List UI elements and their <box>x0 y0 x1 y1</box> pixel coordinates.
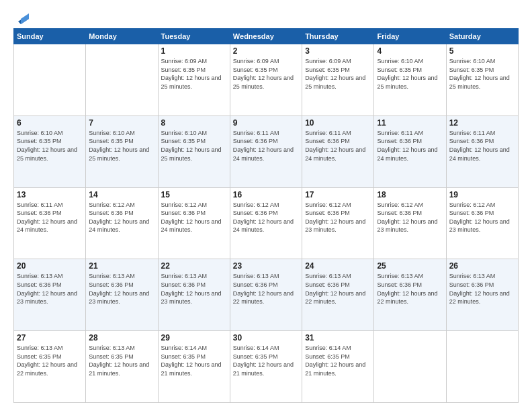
week-row-2: 6Sunrise: 6:10 AM Sunset: 6:35 PM Daylig… <box>14 116 519 187</box>
day-info: Sunrise: 6:10 AM Sunset: 6:35 PM Dayligh… <box>17 129 83 163</box>
day-number: 23 <box>233 261 299 271</box>
day-number: 4 <box>377 46 443 56</box>
day-info: Sunrise: 6:12 AM Sunset: 6:36 PM Dayligh… <box>233 201 299 234</box>
col-header-thursday: Thursday <box>302 29 374 44</box>
day-info: Sunrise: 6:10 AM Sunset: 6:35 PM Dayligh… <box>89 129 154 163</box>
day-number: 17 <box>305 190 371 199</box>
day-number: 16 <box>233 190 299 199</box>
calendar-cell: 24Sunrise: 6:13 AM Sunset: 6:36 PM Dayli… <box>302 259 374 331</box>
calendar-cell: 3Sunrise: 6:09 AM Sunset: 6:35 PM Daylig… <box>302 44 374 116</box>
week-row-3: 13Sunrise: 6:11 AM Sunset: 6:36 PM Dayli… <box>14 187 519 259</box>
calendar-cell: 29Sunrise: 6:14 AM Sunset: 6:35 PM Dayli… <box>158 331 230 403</box>
day-number: 10 <box>305 118 371 128</box>
day-info: Sunrise: 6:10 AM Sunset: 6:35 PM Dayligh… <box>161 129 227 163</box>
calendar-cell: 7Sunrise: 6:10 AM Sunset: 6:35 PM Daylig… <box>86 116 158 187</box>
day-number: 31 <box>305 333 371 342</box>
day-number: 2 <box>233 46 299 56</box>
day-number: 11 <box>377 118 443 128</box>
calendar-cell: 10Sunrise: 6:11 AM Sunset: 6:36 PM Dayli… <box>302 116 374 187</box>
calendar-cell: 1Sunrise: 6:09 AM Sunset: 6:35 PM Daylig… <box>158 44 230 116</box>
day-info: Sunrise: 6:11 AM Sunset: 6:36 PM Dayligh… <box>305 129 371 163</box>
day-number: 9 <box>233 118 299 128</box>
logo <box>13 11 29 21</box>
calendar-cell: 27Sunrise: 6:13 AM Sunset: 6:35 PM Dayli… <box>14 331 86 403</box>
day-info: Sunrise: 6:13 AM Sunset: 6:36 PM Dayligh… <box>89 272 154 306</box>
svg-marker-1 <box>21 13 29 24</box>
day-number: 6 <box>17 118 83 128</box>
day-number: 29 <box>161 333 227 342</box>
day-number: 27 <box>17 333 83 342</box>
day-info: Sunrise: 6:09 AM Sunset: 6:35 PM Dayligh… <box>233 57 299 91</box>
day-number: 18 <box>377 190 443 199</box>
week-row-4: 20Sunrise: 6:13 AM Sunset: 6:36 PM Dayli… <box>14 259 519 331</box>
day-info: Sunrise: 6:12 AM Sunset: 6:36 PM Dayligh… <box>305 201 371 234</box>
calendar-cell: 13Sunrise: 6:11 AM Sunset: 6:36 PM Dayli… <box>14 187 86 259</box>
day-info: Sunrise: 6:13 AM Sunset: 6:36 PM Dayligh… <box>161 272 227 306</box>
day-info: Sunrise: 6:13 AM Sunset: 6:36 PM Dayligh… <box>449 272 515 306</box>
calendar-cell: 19Sunrise: 6:12 AM Sunset: 6:36 PM Dayli… <box>446 187 518 259</box>
calendar-cell: 26Sunrise: 6:13 AM Sunset: 6:36 PM Dayli… <box>446 259 518 331</box>
day-info: Sunrise: 6:12 AM Sunset: 6:36 PM Dayligh… <box>89 201 154 234</box>
logo-icon <box>14 9 29 24</box>
calendar-cell: 14Sunrise: 6:12 AM Sunset: 6:36 PM Dayli… <box>86 187 158 259</box>
calendar-cell: 11Sunrise: 6:11 AM Sunset: 6:36 PM Dayli… <box>374 116 446 187</box>
day-info: Sunrise: 6:13 AM Sunset: 6:35 PM Dayligh… <box>89 344 154 377</box>
day-info: Sunrise: 6:09 AM Sunset: 6:35 PM Dayligh… <box>305 57 371 91</box>
calendar-cell: 6Sunrise: 6:10 AM Sunset: 6:35 PM Daylig… <box>14 116 86 187</box>
calendar-cell <box>374 331 446 403</box>
day-number: 7 <box>89 118 154 128</box>
day-number: 26 <box>449 261 515 271</box>
page: SundayMondayTuesdayWednesdayThursdayFrid… <box>0 0 532 411</box>
col-header-saturday: Saturday <box>446 29 518 44</box>
header <box>13 11 519 21</box>
day-number: 24 <box>305 261 371 271</box>
calendar-cell: 12Sunrise: 6:11 AM Sunset: 6:36 PM Dayli… <box>446 116 518 187</box>
calendar-cell: 22Sunrise: 6:13 AM Sunset: 6:36 PM Dayli… <box>158 259 230 331</box>
day-number: 5 <box>449 46 515 56</box>
col-header-friday: Friday <box>374 29 446 44</box>
col-header-monday: Monday <box>86 29 158 44</box>
day-info: Sunrise: 6:10 AM Sunset: 6:35 PM Dayligh… <box>377 57 443 91</box>
day-number: 25 <box>377 261 443 271</box>
day-info: Sunrise: 6:14 AM Sunset: 6:35 PM Dayligh… <box>161 344 227 377</box>
calendar-cell <box>86 44 158 116</box>
calendar-cell: 9Sunrise: 6:11 AM Sunset: 6:36 PM Daylig… <box>230 116 302 187</box>
day-number: 14 <box>89 190 154 199</box>
day-info: Sunrise: 6:10 AM Sunset: 6:35 PM Dayligh… <box>449 57 515 91</box>
day-info: Sunrise: 6:12 AM Sunset: 6:36 PM Dayligh… <box>449 201 515 234</box>
calendar-header-row: SundayMondayTuesdayWednesdayThursdayFrid… <box>14 29 519 44</box>
calendar-table: SundayMondayTuesdayWednesdayThursdayFrid… <box>13 28 519 403</box>
calendar-cell: 18Sunrise: 6:12 AM Sunset: 6:36 PM Dayli… <box>374 187 446 259</box>
calendar-cell: 20Sunrise: 6:13 AM Sunset: 6:36 PM Dayli… <box>14 259 86 331</box>
col-header-wednesday: Wednesday <box>230 29 302 44</box>
calendar-cell: 2Sunrise: 6:09 AM Sunset: 6:35 PM Daylig… <box>230 44 302 116</box>
day-number: 12 <box>449 118 515 128</box>
calendar-cell: 21Sunrise: 6:13 AM Sunset: 6:36 PM Dayli… <box>86 259 158 331</box>
calendar-cell: 25Sunrise: 6:13 AM Sunset: 6:36 PM Dayli… <box>374 259 446 331</box>
day-info: Sunrise: 6:13 AM Sunset: 6:36 PM Dayligh… <box>377 272 443 306</box>
day-number: 20 <box>17 261 83 271</box>
col-header-sunday: Sunday <box>14 29 86 44</box>
calendar-cell: 31Sunrise: 6:14 AM Sunset: 6:35 PM Dayli… <box>302 331 374 403</box>
day-number: 13 <box>17 190 83 199</box>
day-number: 15 <box>161 190 227 199</box>
day-info: Sunrise: 6:13 AM Sunset: 6:35 PM Dayligh… <box>17 344 83 377</box>
day-number: 19 <box>449 190 515 199</box>
day-info: Sunrise: 6:11 AM Sunset: 6:36 PM Dayligh… <box>377 129 443 163</box>
day-info: Sunrise: 6:11 AM Sunset: 6:36 PM Dayligh… <box>233 129 299 163</box>
col-header-tuesday: Tuesday <box>158 29 230 44</box>
calendar-cell: 5Sunrise: 6:10 AM Sunset: 6:35 PM Daylig… <box>446 44 518 116</box>
day-info: Sunrise: 6:13 AM Sunset: 6:36 PM Dayligh… <box>305 272 371 306</box>
calendar-cell: 28Sunrise: 6:13 AM Sunset: 6:35 PM Dayli… <box>86 331 158 403</box>
day-info: Sunrise: 6:13 AM Sunset: 6:36 PM Dayligh… <box>17 272 83 306</box>
day-info: Sunrise: 6:11 AM Sunset: 6:36 PM Dayligh… <box>17 201 83 234</box>
day-info: Sunrise: 6:14 AM Sunset: 6:35 PM Dayligh… <box>233 344 299 377</box>
calendar-cell: 23Sunrise: 6:13 AM Sunset: 6:36 PM Dayli… <box>230 259 302 331</box>
day-number: 30 <box>233 333 299 342</box>
day-info: Sunrise: 6:13 AM Sunset: 6:36 PM Dayligh… <box>233 272 299 306</box>
day-info: Sunrise: 6:09 AM Sunset: 6:35 PM Dayligh… <box>161 57 227 91</box>
day-info: Sunrise: 6:12 AM Sunset: 6:36 PM Dayligh… <box>377 201 443 234</box>
calendar-cell: 15Sunrise: 6:12 AM Sunset: 6:36 PM Dayli… <box>158 187 230 259</box>
day-info: Sunrise: 6:14 AM Sunset: 6:35 PM Dayligh… <box>305 344 371 377</box>
day-number: 21 <box>89 261 154 271</box>
